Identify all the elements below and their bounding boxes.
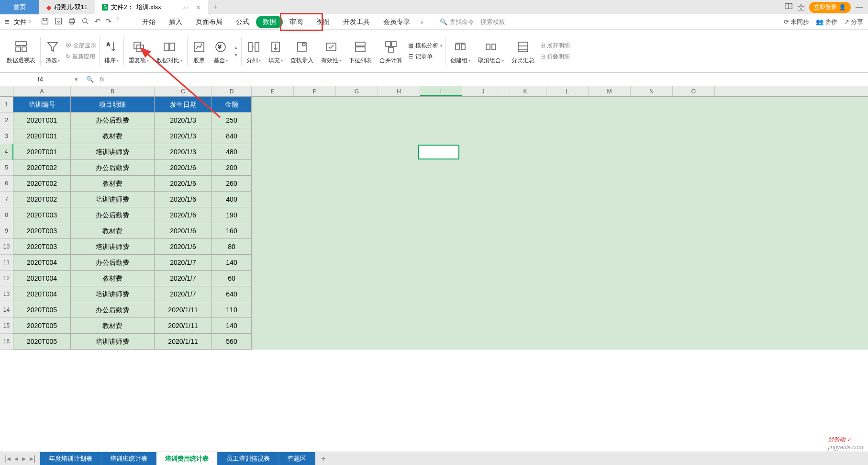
- row-header-15[interactable]: 15: [0, 318, 13, 334]
- save-icon[interactable]: [41, 17, 49, 27]
- row-header-7[interactable]: 7: [0, 192, 13, 207]
- hamburger-icon[interactable]: ≡: [5, 18, 9, 26]
- data-cell[interactable]: 2020/1/6: [155, 176, 212, 192]
- app-tab-file[interactable]: S 文件2：培训.xlsx ▱ ✕: [95, 0, 208, 14]
- app-tab-docer[interactable]: ◆ 稻壳儿·双11: [39, 0, 95, 14]
- data-cell[interactable]: 培训讲师费: [71, 144, 155, 160]
- data-cell[interactable]: 60: [212, 271, 252, 286]
- fx-icon[interactable]: fx: [100, 76, 104, 83]
- data-cell[interactable]: 2020/1/3: [155, 128, 212, 144]
- data-cell[interactable]: 培训讲师费: [71, 334, 155, 350]
- collapse-button[interactable]: ⊟折叠明细: [540, 53, 570, 61]
- fund-button[interactable]: ¥ 基金▾: [210, 32, 232, 70]
- preview-icon[interactable]: [81, 17, 89, 27]
- data-cell[interactable]: 140: [212, 255, 252, 271]
- header-cell[interactable]: 发生日期: [155, 97, 212, 113]
- menu-tab-7[interactable]: 开发工具: [336, 16, 377, 28]
- expand-button[interactable]: ⊞展开明细: [540, 42, 570, 50]
- refresh-down-icon[interactable]: ▼: [234, 52, 238, 57]
- data-cell[interactable]: 2020T005: [13, 334, 71, 350]
- dropdown-button[interactable]: 下拉列表: [345, 32, 376, 70]
- data-cell[interactable]: 160: [212, 223, 252, 239]
- name-box[interactable]: I4 ▾: [0, 76, 81, 83]
- menu-tab-2[interactable]: 页面布局: [189, 16, 229, 28]
- data-cell[interactable]: 办公后勤费: [71, 160, 155, 176]
- data-cell[interactable]: 2020/1/3: [155, 113, 212, 128]
- data-cell[interactable]: 教材费: [71, 271, 155, 286]
- col-header-O[interactable]: O: [673, 86, 715, 96]
- data-cell[interactable]: 2020/1/6: [155, 223, 212, 239]
- data-cell[interactable]: 2020/1/11: [155, 318, 212, 334]
- data-cell[interactable]: 2020T003: [13, 207, 71, 223]
- data-cell[interactable]: 2020T001: [13, 128, 71, 144]
- data-cell[interactable]: 2020T004: [13, 286, 71, 302]
- row-header-5[interactable]: 5: [0, 160, 13, 176]
- header-cell[interactable]: 培训编号: [13, 97, 71, 113]
- undo-icon[interactable]: ↶: [94, 17, 100, 27]
- show-all-button[interactable]: ⦿全部显示: [66, 42, 96, 50]
- row-header-8[interactable]: 8: [0, 207, 13, 223]
- share-button[interactable]: ↗ 分享: [844, 18, 863, 26]
- header-cell[interactable]: 金额: [212, 97, 252, 113]
- data-cell[interactable]: 2020/1/7: [155, 255, 212, 271]
- data-cell[interactable]: 200: [212, 160, 252, 176]
- col-header-H[interactable]: H: [378, 86, 420, 96]
- data-cell[interactable]: 2020T005: [13, 302, 71, 318]
- split-button[interactable]: 分列▾: [243, 32, 265, 70]
- col-header-B[interactable]: B: [71, 86, 155, 96]
- row-header-4[interactable]: 4: [0, 144, 13, 160]
- data-cell[interactable]: 教材费: [71, 128, 155, 144]
- ungroup-button[interactable]: 取消组合▾: [474, 32, 508, 70]
- data-cell[interactable]: 2020T001: [13, 113, 71, 128]
- col-header-A[interactable]: A: [13, 86, 71, 96]
- data-cell[interactable]: 110: [212, 302, 252, 318]
- select-all-corner[interactable]: [0, 86, 13, 96]
- find-entry-button[interactable]: 查找录入: [287, 32, 317, 70]
- data-cell[interactable]: 培训讲师费: [71, 286, 155, 302]
- data-cell[interactable]: 2020/1/6: [155, 160, 212, 176]
- collab-button[interactable]: 👥 协作: [816, 18, 837, 26]
- row-header-2[interactable]: 2: [0, 113, 13, 128]
- data-cell[interactable]: 2020T002: [13, 192, 71, 207]
- stock-button[interactable]: 股票: [189, 32, 210, 70]
- col-header-G[interactable]: G: [336, 86, 378, 96]
- data-cell[interactable]: 教材费: [71, 176, 155, 192]
- row-header-1[interactable]: 1: [0, 97, 13, 113]
- menu-tab-4[interactable]: 数据: [256, 16, 283, 28]
- row-header-6[interactable]: 6: [0, 176, 13, 192]
- login-button[interactable]: 立即登录 👤: [809, 2, 851, 13]
- col-header-J[interactable]: J: [462, 86, 504, 96]
- validity-button[interactable]: 有效性▾: [317, 32, 345, 70]
- data-cell[interactable]: 2020T003: [13, 239, 71, 255]
- col-header-K[interactable]: K: [504, 86, 546, 96]
- reapply-button[interactable]: ↻重新应用: [66, 53, 96, 61]
- print-icon[interactable]: [67, 17, 76, 27]
- restore-icon[interactable]: ▱: [183, 4, 188, 11]
- data-cell[interactable]: 教材费: [71, 223, 155, 239]
- data-cell[interactable]: 办公后勤费: [71, 207, 155, 223]
- data-cell[interactable]: 2020T005: [13, 318, 71, 334]
- search-box[interactable]: 🔍 查找命令、搜索模板: [440, 18, 505, 26]
- home-tab[interactable]: 首页: [0, 0, 39, 14]
- data-cell[interactable]: 2020T001: [13, 144, 71, 160]
- layout-icon[interactable]: [784, 2, 793, 12]
- col-header-F[interactable]: F: [294, 86, 336, 96]
- row-header-10[interactable]: 10: [0, 239, 13, 255]
- row-header-9[interactable]: 9: [0, 223, 13, 239]
- row-header-11[interactable]: 11: [0, 255, 13, 271]
- data-cell[interactable]: 640: [212, 286, 252, 302]
- zoom-icon[interactable]: 🔍: [86, 76, 94, 83]
- data-cell[interactable]: 2020T004: [13, 271, 71, 286]
- compare-button[interactable]: 数据对比▾: [153, 32, 186, 70]
- group-button[interactable]: 创建组▾: [446, 32, 474, 70]
- row-header-13[interactable]: 13: [0, 286, 13, 302]
- data-cell[interactable]: 2020T003: [13, 223, 71, 239]
- row-header-12[interactable]: 12: [0, 271, 13, 286]
- col-header-I[interactable]: I: [420, 86, 462, 96]
- consolidate-button[interactable]: 合并计算: [376, 32, 406, 70]
- row-header-14[interactable]: 14: [0, 302, 13, 318]
- data-cell[interactable]: 250: [212, 113, 252, 128]
- data-cell[interactable]: 教材费: [71, 318, 155, 334]
- record-button[interactable]: ☰记录单: [408, 53, 442, 61]
- cells-area[interactable]: 培训编号项目明细发生日期金额 2020T001办公后勤费2020/1/32502…: [13, 97, 868, 350]
